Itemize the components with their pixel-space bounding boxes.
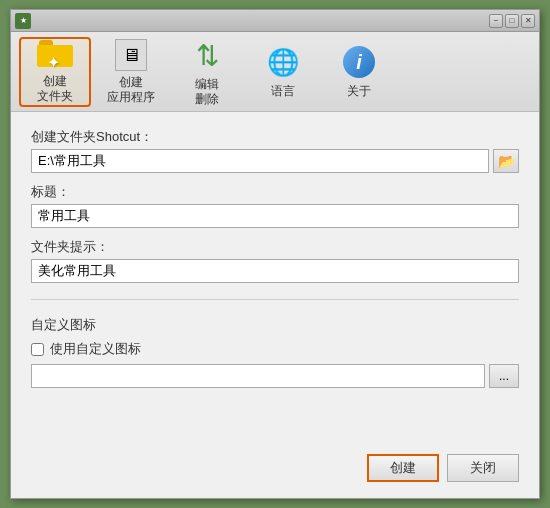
shortcut-label: 创建文件夹Shotcut： (31, 128, 519, 146)
edit-delete-label: 编辑删除 (195, 77, 219, 106)
separator (31, 299, 519, 300)
create-app-label: 创建应用程序 (107, 75, 155, 104)
about-label: 关于 (347, 84, 371, 98)
about-icon: i (341, 44, 377, 80)
tooltip-input[interactable] (31, 259, 519, 283)
toolbar-about[interactable]: i 关于 (323, 37, 395, 107)
toolbar: ✦ 创建文件夹 🖥 创建应用程序 ⇅ 编辑删除 🌐 语言 (11, 32, 539, 112)
close-button[interactable]: 关闭 (447, 454, 519, 482)
title-field-label: 标题： (31, 183, 519, 201)
use-custom-icon-label[interactable]: 使用自定义图标 (50, 340, 141, 358)
window-icon: ★ (15, 13, 31, 29)
use-custom-icon-checkbox[interactable] (31, 343, 44, 356)
checkbox-row: 使用自定义图标 (31, 340, 519, 358)
title-bar: ★ − □ ✕ (11, 10, 539, 32)
toolbar-edit-delete[interactable]: ⇅ 编辑删除 (171, 37, 243, 107)
main-window: ★ − □ ✕ ✦ 创建文件夹 🖥 (10, 9, 540, 499)
custom-icon-section: 自定义图标 使用自定义图标 ... (31, 316, 519, 388)
close-button[interactable]: ✕ (521, 14, 535, 28)
language-icon: 🌐 (265, 44, 301, 80)
title-bar-buttons: − □ ✕ (489, 14, 535, 28)
icon-path-row: ... (31, 364, 519, 388)
edit-delete-icon: ⇅ (189, 37, 225, 73)
shortcut-input[interactable] (31, 149, 489, 173)
create-button[interactable]: 创建 (367, 454, 439, 482)
minimize-button[interactable]: − (489, 14, 503, 28)
tooltip-group: 文件夹提示： (31, 238, 519, 283)
title-input[interactable] (31, 204, 519, 228)
toolbar-language[interactable]: 🌐 语言 (247, 37, 319, 107)
title-field-row (31, 204, 519, 228)
title-bar-left: ★ (15, 13, 35, 29)
create-folder-label: 创建文件夹 (37, 74, 73, 103)
toolbar-create-app[interactable]: 🖥 创建应用程序 (95, 37, 167, 107)
title-group: 标题： (31, 183, 519, 228)
action-buttons: 创建 关闭 (31, 454, 519, 482)
icon-path-input[interactable] (31, 364, 485, 388)
tooltip-label: 文件夹提示： (31, 238, 519, 256)
restore-button[interactable]: □ (505, 14, 519, 28)
shortcut-group: 创建文件夹Shotcut： 📂 (31, 128, 519, 173)
icon-browse-button[interactable]: ... (489, 364, 519, 388)
create-folder-icon: ✦ (37, 40, 73, 70)
custom-icon-title: 自定义图标 (31, 316, 519, 334)
create-app-icon: 🖥 (113, 39, 149, 71)
browse-button[interactable]: 📂 (493, 149, 519, 173)
content-area: 创建文件夹Shotcut： 📂 标题： 文件夹提示： 自定义图标 (11, 112, 539, 498)
tooltip-field-row (31, 259, 519, 283)
toolbar-create-folder[interactable]: ✦ 创建文件夹 (19, 37, 91, 107)
shortcut-field-row: 📂 (31, 149, 519, 173)
language-label: 语言 (271, 84, 295, 98)
